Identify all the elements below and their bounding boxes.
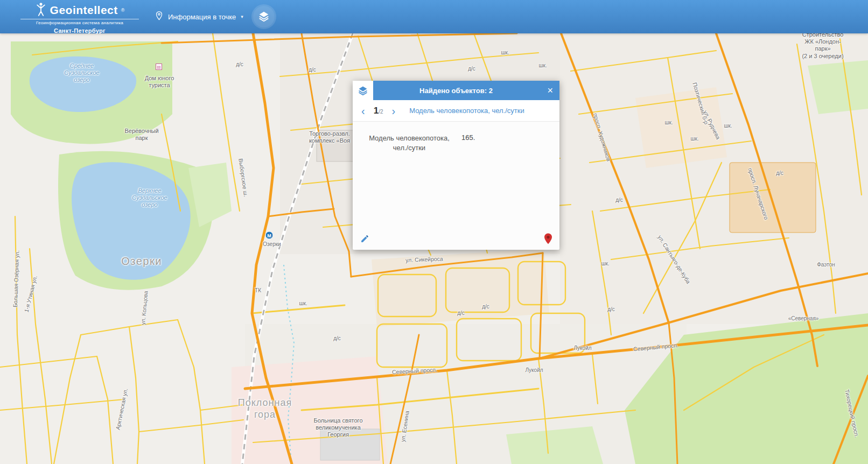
logo-person-icon bbox=[35, 2, 47, 18]
map-label: ул. Руднева bbox=[702, 109, 722, 140]
map-label: Северный просп. bbox=[633, 342, 679, 353]
map-label: 1-я Утиная ул. bbox=[23, 275, 38, 313]
map-label: шк. bbox=[601, 261, 609, 267]
map-label: Поэтический б-р bbox=[691, 82, 710, 125]
map-label: Лукойл bbox=[525, 367, 543, 374]
chevron-down-icon: ▾ bbox=[241, 14, 243, 19]
logo: Geointellect ® Геоинформационная система… bbox=[20, 2, 139, 34]
attribute-link[interactable]: Модель человекопотока, чел./сутки bbox=[409, 107, 524, 115]
map-label: шк. bbox=[724, 123, 732, 129]
map-label: шк. bbox=[690, 136, 698, 142]
logo-text: Geointellect bbox=[50, 4, 118, 17]
map-label: Больница святого великомученика Георгия bbox=[313, 417, 362, 439]
map-label: «Северная» bbox=[788, 315, 819, 322]
map-label: д/с bbox=[309, 67, 316, 73]
map-label: шк. bbox=[664, 119, 673, 126]
prev-page-button[interactable]: ‹ bbox=[360, 106, 366, 116]
map-label: Дом юного туриста bbox=[145, 75, 174, 89]
map-label: Среднее Суздальское озеро bbox=[64, 62, 99, 84]
map-label: Арктическая ул. bbox=[114, 388, 129, 430]
map-label: Фаэтон bbox=[817, 262, 835, 268]
attribute-value: 165. bbox=[461, 133, 475, 142]
tool-label: Информация в точке bbox=[168, 13, 236, 21]
map-label: Озерки bbox=[121, 255, 162, 268]
map-label: шк. bbox=[538, 62, 547, 69]
map-label: д/с bbox=[607, 306, 615, 313]
header: Geointellect ® Геоинформационная система… bbox=[0, 0, 868, 33]
map-label: д/с bbox=[457, 310, 465, 317]
map-label: ул. Сикейроса bbox=[405, 255, 443, 263]
map-label: Тихорецкий просп. bbox=[843, 389, 860, 438]
close-icon[interactable]: × bbox=[545, 83, 555, 97]
map-label: Верёвочный парк bbox=[124, 128, 158, 142]
map-label: д/с bbox=[468, 66, 475, 72]
popup-title: Найдено объектов: 2 bbox=[353, 81, 559, 100]
city-label: Санкт-Петербург bbox=[20, 27, 139, 34]
attribute-row: Модель человекопотока, чел./сутки 165. bbox=[369, 133, 543, 152]
next-page-button[interactable]: › bbox=[390, 106, 396, 116]
map-label: д/с bbox=[333, 335, 341, 342]
map-label: ул. Кольцова bbox=[139, 291, 149, 325]
map-label: Поклонная гора bbox=[238, 397, 292, 420]
page-indicator: 1/2 bbox=[374, 106, 383, 116]
map-label: д/с bbox=[615, 197, 623, 203]
info-popup: Найдено объектов: 2 × ‹ 1/2 › Модель чел… bbox=[353, 81, 559, 250]
pencil-icon bbox=[360, 234, 369, 245]
map-label: д/с bbox=[482, 304, 489, 310]
map-label: просп. Художников bbox=[592, 113, 612, 162]
logo-subtitle: Геоинформационная система аналитика bbox=[20, 19, 139, 25]
map-pin-icon bbox=[155, 10, 163, 23]
popup-footer bbox=[353, 229, 559, 250]
map-label: Северный просп. bbox=[392, 367, 437, 376]
map-label: Строительство ЖК «Лондон-парк» (2 и 3 оч… bbox=[800, 33, 845, 59]
museum-icon: ▤ bbox=[156, 64, 162, 70]
layers-icon bbox=[258, 10, 270, 24]
popup-body: Модель человекопотока, чел./сутки 165. bbox=[353, 122, 559, 229]
map-label: Озерки bbox=[263, 241, 281, 248]
map-label: д/с bbox=[776, 170, 783, 177]
metro-station-icon: М bbox=[265, 231, 274, 240]
marker-icon bbox=[544, 233, 552, 246]
map-label: Выборгское ш. bbox=[237, 158, 249, 198]
map-label: Верхнее Суздальское озеро bbox=[132, 187, 167, 209]
map[interactable]: Среднее Суздальское озероДом юного турис… bbox=[0, 33, 868, 464]
popup-pagination: ‹ 1/2 › Модель человекопотока, чел./сутк… bbox=[353, 100, 559, 122]
edit-button[interactable] bbox=[359, 233, 370, 246]
geointellect-app: Geointellect ® Геоинформационная система… bbox=[0, 0, 868, 464]
map-label: просп. Луначарского bbox=[747, 167, 770, 220]
map-label: Большая Озёрная ул. bbox=[12, 250, 20, 307]
map-label: ул. Есенина bbox=[400, 410, 411, 442]
map-label: шк. bbox=[299, 300, 307, 307]
map-label: Лукойл bbox=[573, 345, 591, 351]
layers-button[interactable] bbox=[253, 6, 275, 27]
map-label: д/с bbox=[236, 61, 243, 68]
map-label: ТК bbox=[255, 287, 261, 294]
map-label: шк. bbox=[501, 50, 509, 56]
map-label: ул. Сантьяго-де-Куба bbox=[656, 234, 692, 285]
point-info-tool[interactable]: Информация в точке ▾ bbox=[155, 0, 243, 33]
map-label: Торгово-развл. комплекс «Воя bbox=[309, 130, 350, 144]
show-on-map-button[interactable] bbox=[543, 232, 553, 247]
registered-mark: ® bbox=[121, 8, 125, 13]
popup-titlebar: Найдено объектов: 2 × bbox=[353, 81, 559, 100]
attribute-label: Модель человекопотока, чел./сутки bbox=[369, 133, 450, 152]
